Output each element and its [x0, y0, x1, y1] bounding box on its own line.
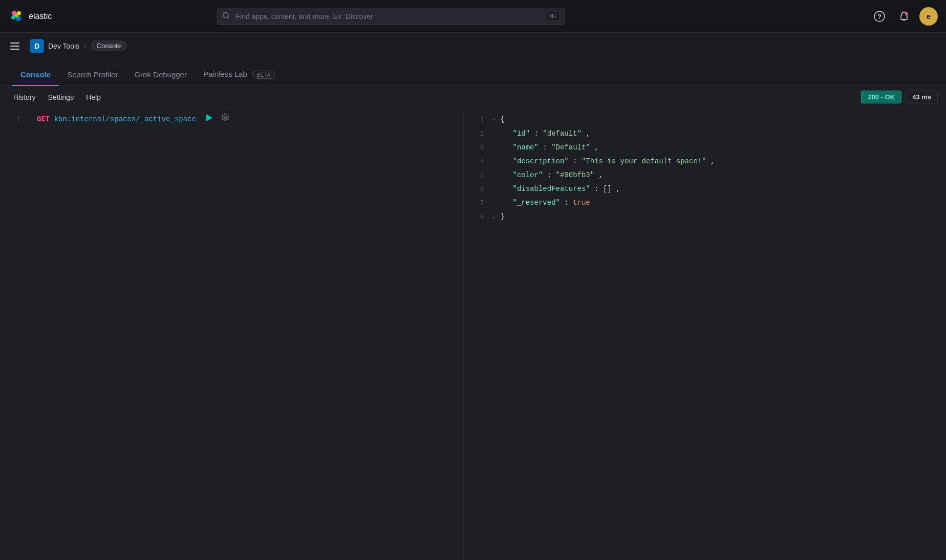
line-number-1: 1 — [4, 113, 20, 126]
nav-right-actions: ? e — [870, 7, 938, 26]
svg-point-10 — [905, 12, 908, 15]
code-line-1: 1 GET kbn:internal/spaces/_active_space — [0, 113, 463, 126]
editor-output-pane[interactable]: 1 ▾ { 2 "id" : "default" , — [464, 109, 946, 560]
elastic-logo[interactable]: elastic — [8, 8, 52, 25]
breadcrumb-bar: D Dev Tools › Console — [0, 33, 946, 59]
editor-input-pane[interactable]: 1 GET kbn:internal/spaces/_active_space — [0, 109, 464, 560]
out-content-4: "description" : "This is your default sp… — [501, 155, 942, 168]
out-brace-close: } — [501, 210, 942, 223]
pane-divider[interactable]: ⋮ — [460, 109, 464, 560]
input-editor[interactable]: 1 GET kbn:internal/spaces/_active_space — [0, 109, 463, 560]
help-button[interactable]: Help — [81, 90, 106, 104]
out-brace-open: { — [501, 113, 942, 126]
svg-line-7 — [228, 17, 229, 18]
toolbar-right: 200 - OK 43 ms — [861, 91, 938, 103]
out-line-num-1: 1 — [468, 113, 484, 126]
top-navigation: elastic ⌘/ ? e — [0, 0, 946, 33]
out-line-num-3: 3 — [468, 141, 484, 155]
divider-dots-icon: ⋮ — [460, 330, 464, 339]
out-line-num-2: 2 — [468, 127, 484, 141]
out-line-num-5: 5 — [468, 169, 484, 182]
tab-grok-debugger[interactable]: Grok Debugger — [126, 64, 195, 86]
code-content-1: GET kbn:internal/spaces/_active_space — [37, 113, 459, 126]
out-gutter-1: ▾ — [492, 114, 499, 127]
notifications-button[interactable] — [895, 7, 913, 26]
output-line-8: 8 ▴ } — [464, 210, 946, 224]
beta-badge: BETA — [252, 71, 275, 79]
output-editor: 1 ▾ { 2 "id" : "default" , — [464, 109, 946, 560]
space-badge: D — [30, 39, 44, 53]
elastic-wordmark: elastic — [29, 12, 52, 21]
svg-point-5 — [14, 13, 18, 17]
search-shortcut: ⌘/ — [546, 12, 560, 21]
out-content-2: "id" : "default" , — [501, 127, 942, 140]
run-button[interactable] — [206, 114, 212, 121]
breadcrumb-chevron-icon: › — [83, 41, 86, 51]
out-content-3: "name" : "Default" , — [501, 141, 942, 154]
tab-bar: Console Search Profiler Grok Debugger Pa… — [0, 59, 946, 86]
help-circle-button[interactable]: ? — [870, 7, 889, 26]
tab-search-profiler[interactable]: Search Profiler — [59, 64, 126, 86]
status-badge: 200 - OK — [861, 91, 901, 103]
output-line-3: 3 "name" : "Default" , — [464, 141, 946, 155]
output-line-5: 5 "color" : "#00bfb3" , — [464, 168, 946, 182]
user-avatar[interactable]: e — [919, 7, 938, 26]
output-line-2: 2 "id" : "default" , — [464, 127, 946, 141]
global-search-input[interactable] — [217, 8, 565, 25]
url-text: kbn:internal/spaces/_active_space — [54, 115, 196, 123]
toolbar-left: History Settings Help — [8, 90, 106, 104]
out-gutter-8: ▴ — [492, 211, 499, 224]
elastic-logo-icon — [8, 8, 25, 25]
global-search[interactable]: ⌘/ — [217, 8, 565, 25]
output-line-4: 4 "description" : "This is your default … — [464, 155, 946, 168]
hamburger-menu-button[interactable] — [8, 40, 22, 52]
out-content-5: "color" : "#00bfb3" , — [501, 168, 942, 182]
method-keyword: GET — [37, 115, 50, 123]
out-line-num-6: 6 — [468, 183, 484, 196]
output-line-6: 6 "disabledFeatures" : [] , — [464, 182, 946, 196]
out-content-7: "_reserved" : true — [501, 196, 942, 209]
search-icon — [222, 11, 230, 21]
out-line-num-4: 4 — [468, 155, 484, 168]
editor-area: 1 GET kbn:internal/spaces/_active_space — [0, 109, 946, 560]
settings-button[interactable]: Settings — [43, 90, 79, 104]
breadcrumb-current: Console — [91, 40, 127, 51]
tab-console[interactable]: Console — [12, 64, 59, 86]
output-line-7: 7 "_reserved" : true — [464, 196, 946, 210]
history-button[interactable]: History — [8, 90, 41, 104]
svg-text:?: ? — [877, 13, 881, 20]
query-settings-button[interactable] — [221, 113, 229, 123]
out-line-num-8: 8 — [468, 210, 484, 224]
out-line-num-7: 7 — [468, 197, 484, 210]
output-line-1: 1 ▾ { — [464, 113, 946, 127]
time-badge: 43 ms — [906, 91, 938, 103]
tab-painless-lab[interactable]: Painless Lab BETA — [195, 63, 283, 86]
out-content-6: "disabledFeatures" : [] , — [501, 182, 942, 196]
run-triangle-icon — [206, 114, 212, 121]
toolbar: History Settings Help 200 - OK 43 ms — [0, 86, 946, 109]
svg-point-11 — [224, 116, 226, 119]
breadcrumb-devtools[interactable]: Dev Tools — [48, 42, 79, 50]
